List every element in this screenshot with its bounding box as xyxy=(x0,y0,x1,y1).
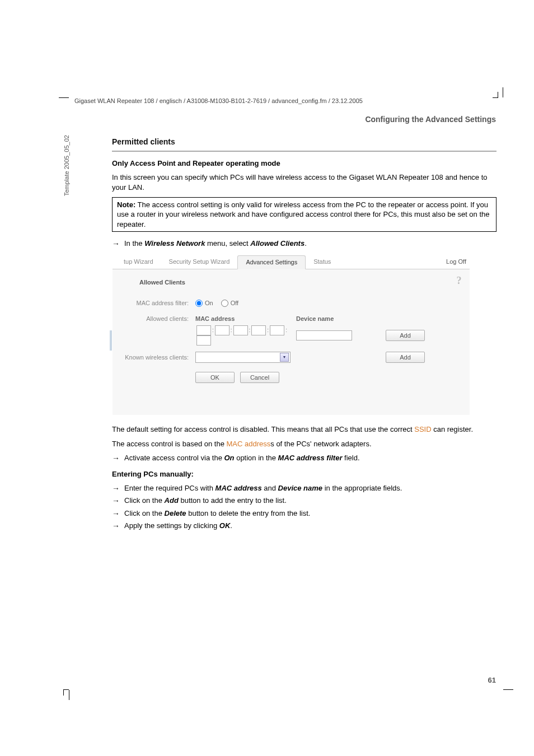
mac-octet-4[interactable] xyxy=(251,325,266,335)
header-path: Gigaset WLAN Repeater 108 / englisch / A… xyxy=(74,97,363,104)
tab-bar: tup Wizard Security Setup Wizard Advance… xyxy=(113,255,470,269)
section-heading: Configuring the Advanced Settings xyxy=(365,115,496,124)
radio-off-input[interactable] xyxy=(221,300,228,307)
cancel-button[interactable]: Cancel xyxy=(240,372,279,383)
page-content: Permitted clients Only Access Point and … xyxy=(112,137,496,533)
ok-button[interactable]: OK xyxy=(195,372,235,383)
arrow-icon: → xyxy=(112,483,120,493)
mac-octet-6[interactable] xyxy=(196,335,211,346)
step-click-add: → Click on the Add button to add the ent… xyxy=(112,496,496,506)
mac-octet-1[interactable] xyxy=(196,325,211,335)
subheading-operating-mode: Only Access Point and Repeater operating… xyxy=(112,158,496,169)
tab-status[interactable]: Status xyxy=(306,255,339,268)
mac-octet-2[interactable] xyxy=(215,325,229,335)
radio-on-input[interactable] xyxy=(195,300,203,307)
tab-security-setup[interactable]: Security Setup Wizard xyxy=(161,255,238,268)
radio-on[interactable]: On xyxy=(195,299,213,307)
note-body: The access control setting is only valid… xyxy=(117,200,490,228)
heading-entering-manually: Entering PCs manually: xyxy=(112,469,496,479)
step-activate: → Activate access control via the On opt… xyxy=(112,453,496,463)
add-known-button[interactable]: Add xyxy=(386,352,425,363)
ssid-link[interactable]: SSID xyxy=(414,425,431,433)
known-clients-select[interactable]: ▾ xyxy=(195,352,291,363)
crop-mark xyxy=(69,690,69,700)
tab-advanced-settings[interactable]: Advanced Settings xyxy=(237,255,306,269)
panel-title: Allowed Clients xyxy=(139,278,460,287)
crop-mark xyxy=(503,87,503,97)
logoff-link[interactable]: Log Off xyxy=(446,258,466,266)
based-on-paragraph: The access control is based on the MAC a… xyxy=(112,439,496,449)
heading-rule xyxy=(112,151,496,152)
default-setting-paragraph: The default setting for access control i… xyxy=(112,424,496,435)
crop-mark xyxy=(59,97,69,98)
note-box: Note: The access control setting is only… xyxy=(112,197,496,232)
crop-mark xyxy=(498,92,498,97)
chevron-down-icon[interactable]: ▾ xyxy=(280,353,289,362)
step-apply-ok: → Apply the settings by clicking OK. xyxy=(112,521,496,531)
label-allowed-clients: Allowed clients: xyxy=(123,315,195,323)
page-number: 61 xyxy=(488,676,496,684)
screenshot-body: ? Allowed Clients MAC address filter: On… xyxy=(113,269,470,415)
crop-mark xyxy=(503,689,513,690)
label-known-clients: Known wireless clients: xyxy=(123,353,195,362)
crop-mark xyxy=(63,689,69,690)
heading-permitted-clients: Permitted clients xyxy=(112,137,496,147)
step-enter-pcs: → Enter the required PCs with MAC addres… xyxy=(112,483,496,493)
mac-octet-5[interactable] xyxy=(270,325,284,335)
crop-mark xyxy=(493,97,498,98)
col-header-mac: MAC address xyxy=(195,315,296,323)
embedded-screenshot: tup Wizard Security Setup Wizard Advance… xyxy=(112,254,470,416)
mac-octet-3[interactable] xyxy=(233,325,248,335)
device-name-input[interactable] xyxy=(296,330,352,340)
arrow-icon: → xyxy=(112,453,120,463)
crop-mark xyxy=(63,690,64,696)
arrow-icon: → xyxy=(112,508,120,519)
help-icon[interactable]: ? xyxy=(454,274,464,284)
mac-address-link[interactable]: MAC address xyxy=(227,440,271,448)
arrow-icon: → xyxy=(112,239,120,249)
arrow-icon: → xyxy=(112,521,120,531)
step-select-menu: → In the Wireless Network menu, select A… xyxy=(112,239,496,249)
label-mac-filter: MAC address filter: xyxy=(123,299,195,307)
arrow-icon: → xyxy=(112,496,120,506)
note-title: Note: xyxy=(117,200,135,209)
add-button[interactable]: Add xyxy=(386,330,425,341)
intro-paragraph: In this screen you can specify which PCs… xyxy=(112,172,496,192)
radio-off[interactable]: Off xyxy=(221,299,238,307)
step-click-delete: → Click on the Delete button to delete t… xyxy=(112,508,496,519)
template-label: Template 2005_05_02 xyxy=(63,135,70,196)
tab-setup-wizard[interactable]: tup Wizard xyxy=(116,255,161,268)
col-header-device: Device name xyxy=(296,315,386,323)
